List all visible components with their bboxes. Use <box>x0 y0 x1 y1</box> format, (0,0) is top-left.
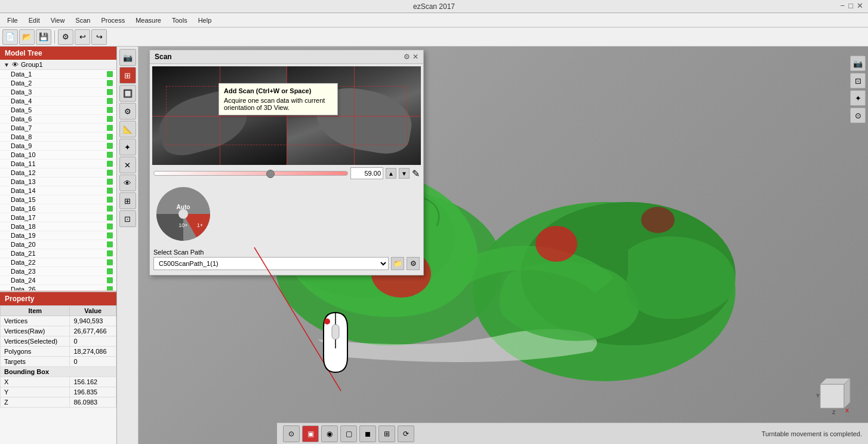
main-view[interactable]: 📷 ⊡ ✦ ⊙ X Y Z Scan ⚙ ✕ <box>138 47 868 444</box>
svg-text:Z: Z <box>832 409 836 415</box>
view-btn-4[interactable]: ▢ <box>340 425 357 442</box>
new-button[interactable]: 📄 <box>2 29 18 45</box>
tool-measure[interactable]: 📐 <box>119 121 136 137</box>
tree-item[interactable]: Data_4 <box>0 97 116 106</box>
tree-item[interactable]: Data_11 <box>0 160 116 169</box>
view-btn-3[interactable]: ◉ <box>321 425 338 442</box>
tree-item[interactable]: Data_3 <box>0 88 116 97</box>
exposure-up-btn[interactable]: ▲ <box>386 168 396 179</box>
tree-item[interactable]: Data_19 <box>0 231 116 240</box>
minimize-button[interactable]: − <box>841 1 845 10</box>
tree-item[interactable]: Data_7 <box>0 124 116 133</box>
tool-grid[interactable]: ⊞ <box>119 192 136 209</box>
tree-item[interactable]: Data_17 <box>0 213 116 222</box>
close-button[interactable]: ✕ <box>857 1 863 10</box>
undo-button[interactable]: ↩ <box>75 29 90 45</box>
tree-item[interactable]: Data_20 <box>0 240 116 249</box>
app-title: ezScan 2017 <box>413 2 455 11</box>
scan-settings-btn[interactable]: ⚙ <box>404 53 410 61</box>
model-tree-content[interactable]: ▼ 👁 Group1 Data_1Data_2Data_3Data_4Data_… <box>0 60 116 290</box>
menu-item-help[interactable]: Help <box>193 16 217 25</box>
tool-mesh[interactable]: 🔲 <box>119 85 136 102</box>
view-btn-6[interactable]: ⊞ <box>378 425 395 442</box>
property-row: Vertices(Raw)26,677,466 <box>1 326 116 336</box>
scan-close-btn[interactable]: ✕ <box>413 53 418 61</box>
redo-button[interactable]: ↪ <box>91 29 107 45</box>
tree-item[interactable]: Data_8 <box>0 133 116 142</box>
svg-point-16 <box>178 209 188 219</box>
exposure-down-btn[interactable]: ▼ <box>399 168 410 179</box>
menu-item-measure[interactable]: Measure <box>131 16 166 25</box>
left-vertical-toolbar: 📷 ⊞ 🔲 ⚙ 📐 ✦ ✕ 👁 ⊞ ⊡ <box>117 47 138 444</box>
tree-item[interactable]: Data_13 <box>0 177 116 186</box>
save-button[interactable]: 💾 <box>36 29 51 45</box>
view-btn-1[interactable]: ⊙ <box>283 425 300 442</box>
camera-view <box>152 66 421 165</box>
tool-active[interactable]: ⊞ <box>119 67 136 84</box>
tree-item[interactable]: Data_9 <box>0 142 116 151</box>
tool-select[interactable]: ✦ <box>119 139 136 155</box>
zoom-btn[interactable]: ✦ <box>850 90 866 106</box>
tree-item[interactable]: Data_12 <box>0 169 116 177</box>
scan-path-settings-btn[interactable]: ⚙ <box>407 257 420 270</box>
scan-dialog: Scan ⚙ ✕ <box>149 50 424 275</box>
svg-point-6 <box>641 207 675 233</box>
menubar: FileEditViewScanProcessMeasureToolsHelp <box>0 13 868 27</box>
tree-item[interactable]: Data_5 <box>0 106 116 115</box>
rotate-btn[interactable]: ⊙ <box>850 108 866 123</box>
tree-item[interactable]: Data_6 <box>0 115 116 124</box>
tree-item[interactable]: Data_26 <box>0 285 116 290</box>
tree-item[interactable]: Data_1 <box>0 70 116 79</box>
view-btn-2[interactable]: ▣ <box>302 425 319 442</box>
tree-item[interactable]: Data_23 <box>0 267 116 276</box>
tool-view[interactable]: 👁 <box>119 174 136 191</box>
property-header: Property <box>0 292 116 305</box>
menu-item-file[interactable]: File <box>2 16 23 25</box>
toolbar: 📄 📂 💾 ⚙ ↩ ↪ <box>0 27 868 47</box>
menu-item-process[interactable]: Process <box>96 16 130 25</box>
property-row: Vertices9,940,593 <box>1 316 116 326</box>
tree-group[interactable]: ▼ 👁 Group1 <box>0 60 116 70</box>
scan-mode-chart[interactable]: Auto 10+ 1+ <box>153 184 213 244</box>
tree-item[interactable]: Data_24 <box>0 276 116 285</box>
property-table: Item Value Vertices9,940,593Vertices(Raw… <box>0 305 116 408</box>
slider-thumb[interactable] <box>266 170 275 178</box>
tree-item[interactable]: Data_15 <box>0 195 116 204</box>
scan-dialog-controls: ⚙ ✕ <box>404 53 418 61</box>
svg-point-20 <box>324 319 330 324</box>
tree-item[interactable]: Data_10 <box>0 151 116 160</box>
tree-item[interactable]: Data_18 <box>0 222 116 231</box>
maximize-button[interactable]: □ <box>848 1 853 10</box>
scan-titlebar[interactable]: Scan ⚙ ✕ <box>150 50 423 64</box>
view-btn-5[interactable]: ◼ <box>359 425 376 442</box>
tool-scan[interactable]: 📷 <box>119 49 136 66</box>
menu-item-tools[interactable]: Tools <box>167 16 192 25</box>
tree-item[interactable]: Data_22 <box>0 258 116 267</box>
scan-path-folder-btn[interactable]: 📁 <box>391 257 404 270</box>
tree-item[interactable]: Data_16 <box>0 204 116 213</box>
menu-item-view[interactable]: View <box>46 16 70 25</box>
menu-item-edit[interactable]: Edit <box>24 16 45 25</box>
svg-rect-7 <box>820 384 844 408</box>
screenshot-btn[interactable]: 📷 <box>850 56 866 71</box>
property-row: Targets0 <box>1 357 116 367</box>
tool-process[interactable]: ⚙ <box>119 103 136 120</box>
tool-delete[interactable]: ✕ <box>119 157 136 173</box>
tree-item[interactable]: Data_14 <box>0 186 116 195</box>
property-row: X156.162 <box>1 377 116 387</box>
exposure-input[interactable] <box>350 167 383 179</box>
tree-item[interactable]: Data_21 <box>0 249 116 258</box>
view-btn-7[interactable]: ⟳ <box>398 425 414 442</box>
fit-btn[interactable]: ⊡ <box>850 73 866 88</box>
open-button[interactable]: 📂 <box>19 29 35 45</box>
scan-tooltip-title: Add Scan (Ctrl+W or Space) <box>224 87 333 94</box>
settings-button[interactable]: ⚙ <box>58 29 73 45</box>
exposure-icon[interactable]: ✎ <box>412 168 420 179</box>
scan-tooltip: Add Scan (Ctrl+W or Space) Acquire one s… <box>218 83 338 115</box>
scan-path-select[interactable]: C500ScanPath_1(1) <box>153 257 389 270</box>
tree-item[interactable]: Data_2 <box>0 79 116 88</box>
tool-align[interactable]: ⊡ <box>119 210 136 227</box>
exposure-slider[interactable] <box>153 171 348 176</box>
svg-point-5 <box>535 226 577 262</box>
menu-item-scan[interactable]: Scan <box>70 16 95 25</box>
